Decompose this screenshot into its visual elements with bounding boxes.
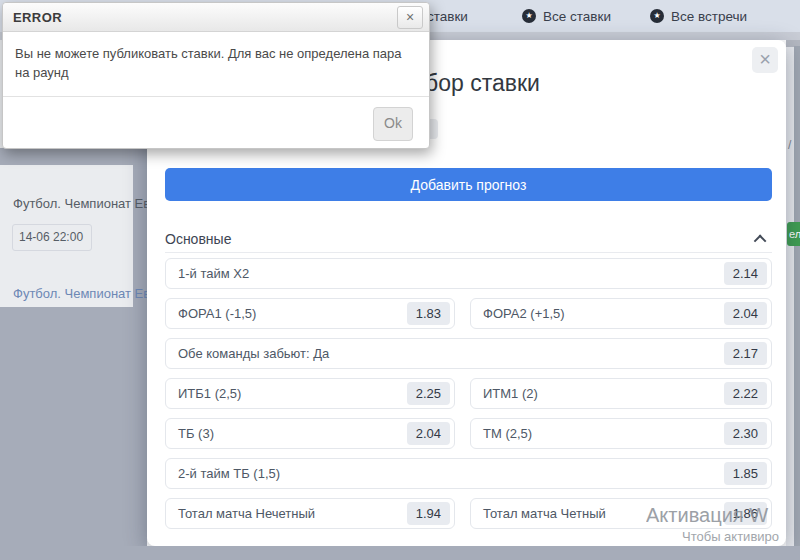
bet-row: 1-й тайм X2 2.14 <box>165 258 772 289</box>
error-message: Вы не можете публиковать ставки. Для вас… <box>3 32 429 82</box>
bet-label: 1-й тайм X2 <box>178 266 249 281</box>
league-link[interactable]: Футбол. Чемпионат Евр <box>13 286 147 301</box>
nav-item-all-matches[interactable]: ★ Все встречи <box>650 0 747 32</box>
bet-option[interactable]: ИТБ1 (2,5) 2.25 <box>165 378 455 409</box>
section-title: Основные <box>165 231 231 247</box>
bet-row: ТБ (3) 2.04 ТМ (2,5) 2.30 <box>165 418 772 449</box>
bet-option[interactable]: 2-й тайм ТБ (1,5) 1.85 <box>165 458 772 489</box>
bet-option[interactable]: ТБ (3) 2.04 <box>165 418 455 449</box>
screen: ★ ставки ★ Все ставки ★ Все встречи Футб… <box>0 0 800 560</box>
bet-label: ИТМ1 (2) <box>483 386 538 401</box>
error-dialog-titlebar: ERROR × <box>3 3 429 32</box>
bet-label: ТМ (2,5) <box>483 426 532 441</box>
ok-button[interactable]: Ok <box>373 107 413 141</box>
bet-odds: 2.17 <box>724 342 767 365</box>
overlay-bottom-strip <box>0 546 800 560</box>
bet-label: 2-й тайм ТБ (1,5) <box>178 466 280 481</box>
bet-option[interactable]: 1-й тайм X2 2.14 <box>165 258 772 289</box>
bet-row: ИТБ1 (2,5) 2.25 ИТМ1 (2) 2.22 <box>165 378 772 409</box>
bet-label: ФОРА2 (+1,5) <box>483 306 565 321</box>
add-forecast-button[interactable]: Добавить прогноз <box>165 168 772 201</box>
bet-odds: 2.14 <box>724 262 767 285</box>
nav-item-label: Все ставки <box>543 9 611 24</box>
bet-row: ФОРА1 (-1,5) 1.83 ФОРА2 (+1,5) 2.04 <box>165 298 772 329</box>
section-header-main[interactable]: Основные <box>165 226 772 253</box>
bet-odds: 1.83 <box>407 302 450 325</box>
bet-label: ТБ (3) <box>178 426 214 441</box>
bet-option[interactable]: ФОРА2 (+1,5) 2.04 <box>470 298 772 329</box>
nav-item-label: ставки <box>427 9 468 24</box>
bet-label: Тотал матча Нечетный <box>178 506 315 521</box>
bet-odds: 2.04 <box>407 422 450 445</box>
bet-odds: 1.94 <box>407 502 450 525</box>
bet-option[interactable]: ИТМ1 (2) 2.22 <box>470 378 772 409</box>
bet-label: Тотал матча Четный <box>483 506 606 521</box>
league-title: Футбол. Чемпионат Евр <box>13 196 147 211</box>
chevron-up-icon <box>754 234 767 247</box>
error-dialog: ERROR × Вы не можете публиковать ставки.… <box>2 2 430 149</box>
star-icon: ★ <box>522 9 536 23</box>
bet-odds: 2.30 <box>724 422 767 445</box>
live-badge[interactable]: ел <box>787 222 800 246</box>
nav-item-label: Все встречи <box>671 9 747 24</box>
error-dialog-title: ERROR <box>13 10 62 25</box>
match-datetime-cell: 14-06 22:00 <box>12 224 92 251</box>
bet-row: Обе команды забьют: Да 2.17 <box>165 338 772 369</box>
bet-option[interactable]: ФОРА1 (-1,5) 1.83 <box>165 298 455 329</box>
bet-odds: 2.25 <box>407 382 450 405</box>
star-icon: ★ <box>650 9 664 23</box>
bet-odds: 1.85 <box>724 462 767 485</box>
bet-label: ФОРА1 (-1,5) <box>178 306 256 321</box>
bet-option[interactable]: Обе команды забьют: Да 2.17 <box>165 338 772 369</box>
bet-row: 2-й тайм ТБ (1,5) 1.85 <box>165 458 772 489</box>
bet-option[interactable]: Тотал матча Нечетный 1.94 <box>165 498 455 529</box>
clipped-text-fragment: / <box>788 138 791 152</box>
bet-options-list: 1-й тайм X2 2.14 ФОРА1 (-1,5) 1.83 ФОРА2… <box>165 258 772 538</box>
bet-odds: 2.22 <box>724 382 767 405</box>
close-icon[interactable]: × <box>397 6 423 29</box>
background-page-right: / ел <box>786 40 800 546</box>
watermark-line2: Чтобы активиро <box>682 529 779 544</box>
watermark-line1: Активация W <box>646 504 768 527</box>
bet-label: Обе команды забьют: Да <box>178 346 329 361</box>
divider <box>3 96 429 97</box>
nav-item-all-bets[interactable]: ★ Все ставки <box>522 0 611 32</box>
bet-odds: 2.04 <box>724 302 767 325</box>
scrollbar[interactable] <box>794 46 800 546</box>
bet-label: ИТБ1 (2,5) <box>178 386 241 401</box>
bet-option[interactable]: ТМ (2,5) 2.30 <box>470 418 772 449</box>
